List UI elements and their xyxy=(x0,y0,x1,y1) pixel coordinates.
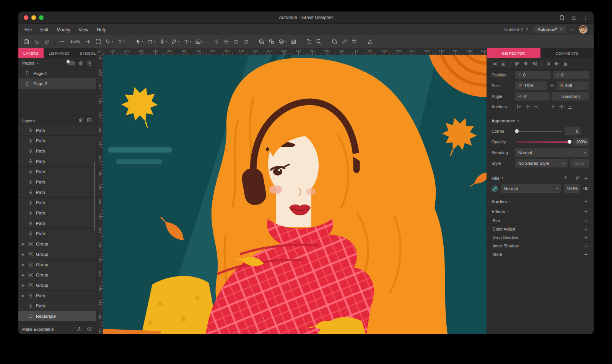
menu-edit[interactable]: Edit xyxy=(40,27,48,32)
zoom-level-button[interactable]: 150% xyxy=(68,37,83,47)
page-row-page-2[interactable]: Page 2 xyxy=(18,78,96,89)
tab-inspector[interactable]: INSPECTOR xyxy=(487,48,540,58)
anchor-center-icon[interactable] xyxy=(525,104,531,110)
close-window-button[interactable] xyxy=(24,15,28,20)
layer-caret-icon[interactable]: ▶ xyxy=(21,263,25,266)
save-button[interactable] xyxy=(22,37,31,47)
effect-more[interactable]: More+ xyxy=(487,250,594,258)
close-tab-icon[interactable]: × xyxy=(526,27,528,32)
menu-modify[interactable]: Modify xyxy=(57,27,70,32)
align-center-icon[interactable] xyxy=(523,61,529,67)
add-fill-icon[interactable]: + xyxy=(583,175,589,181)
rotate-cw-button[interactable] xyxy=(241,37,251,47)
page-icon[interactable] xyxy=(559,15,565,21)
fill-blend-select[interactable]: Normal▾ xyxy=(501,184,561,193)
send-backward-button[interactable] xyxy=(314,37,324,47)
layer-row-path[interactable]: Path xyxy=(18,229,96,239)
corner-slider[interactable] xyxy=(515,131,562,132)
delete-layer-icon[interactable] xyxy=(78,117,84,123)
anchor-left-icon[interactable] xyxy=(516,104,522,110)
image-tool-button[interactable]: ▾ xyxy=(194,37,205,47)
effects-header[interactable]: Effects▾ + xyxy=(487,206,594,216)
layer-caret-icon[interactable]: ▶ xyxy=(21,273,25,277)
layers-scrollbar[interactable] xyxy=(94,162,95,231)
layer-caret-icon[interactable]: ▶ xyxy=(21,284,25,287)
align-top-icon[interactable] xyxy=(545,61,552,67)
layer-row-path[interactable]: Path xyxy=(18,156,96,167)
effect-drop-shadow[interactable]: Drop Shadow+ xyxy=(487,233,594,241)
export-icon[interactable] xyxy=(76,326,82,332)
fill-options-icon[interactable] xyxy=(563,175,569,181)
group-button[interactable] xyxy=(257,37,266,47)
appearance-header[interactable]: Appearance▾ xyxy=(487,116,594,126)
add-border-icon[interactable]: + xyxy=(583,198,589,204)
knife-button[interactable] xyxy=(340,37,349,47)
layer-row-group[interactable]: ▶Group xyxy=(18,260,96,270)
add-effect-icon[interactable]: + xyxy=(583,208,589,214)
align-left-icon[interactable] xyxy=(514,61,521,67)
borders-header[interactable]: Borders▾ + xyxy=(487,196,594,206)
pages-toggle[interactable] xyxy=(67,61,75,65)
canvas-area[interactable]: px 2402703003303603904204504805105405706… xyxy=(96,48,487,334)
layer-row-path[interactable]: ▶Path xyxy=(18,291,96,301)
anchor-top-icon[interactable] xyxy=(550,104,556,110)
distribute-vertical-icon[interactable] xyxy=(500,61,506,67)
layer-row-path[interactable]: Path xyxy=(18,167,96,177)
zoom-tool-button[interactable]: ▾ xyxy=(104,37,115,47)
tab-libraries[interactable]: LIBRARIES xyxy=(44,48,75,58)
layer-caret-icon[interactable]: ▶ xyxy=(21,242,25,246)
fill-opacity-field[interactable]: 100% xyxy=(564,184,580,193)
zoom-in-button[interactable] xyxy=(84,37,93,47)
rotate-ccw-button[interactable] xyxy=(231,37,241,47)
extensions-icon[interactable] xyxy=(571,15,577,21)
arrange-button[interactable]: ▾ xyxy=(277,37,288,47)
delete-fill-icon[interactable] xyxy=(575,175,581,181)
align-middle-icon[interactable] xyxy=(554,61,560,67)
sync-button[interactable]: Sync xyxy=(570,159,589,167)
fill-visibility-icon[interactable] xyxy=(583,185,589,192)
browser-menu-icon[interactable]: ⋮ xyxy=(583,15,588,20)
add-page-icon[interactable] xyxy=(86,60,92,66)
undo-button[interactable] xyxy=(32,37,41,47)
maximize-window-button[interactable] xyxy=(39,15,44,20)
pen-tool-button[interactable]: ▾ xyxy=(158,37,169,47)
add-drop-shadow-icon[interactable]: + xyxy=(583,234,589,240)
fill-color-swatch[interactable] xyxy=(492,185,498,192)
pages-caret-icon[interactable]: ▾ xyxy=(37,62,38,65)
doc-tab-untitled-2[interactable]: Untitled-2× xyxy=(500,26,532,33)
layer-row-path[interactable]: Path xyxy=(18,208,96,218)
corner-value-field[interactable]: 0 xyxy=(565,127,581,135)
anchor-bottom-icon[interactable] xyxy=(567,104,573,110)
redo-button[interactable] xyxy=(42,37,51,47)
vertical-ruler[interactable]: 1501802102402703003303603904204504805105… xyxy=(96,55,103,334)
width-field[interactable]: W 1316 xyxy=(515,81,547,90)
zoom-fit-button[interactable] xyxy=(94,37,103,47)
layer-row-path[interactable]: Path xyxy=(18,177,96,187)
add-blur-icon[interactable]: + xyxy=(583,218,589,223)
tab-layers[interactable]: LAYERS xyxy=(18,48,44,58)
add-export-icon[interactable] xyxy=(86,326,92,332)
mask-button[interactable] xyxy=(289,37,298,47)
layer-row-path[interactable]: Path xyxy=(18,146,96,156)
transform-button[interactable]: Transform xyxy=(552,92,589,101)
flip-vertical-button[interactable] xyxy=(221,37,231,47)
page-row-page-1[interactable]: Page 1 xyxy=(18,68,96,78)
export-button[interactable] xyxy=(366,37,375,47)
crop-button[interactable] xyxy=(350,37,359,47)
fills-header[interactable]: Fills▾ + xyxy=(487,173,594,183)
zoom-out-button[interactable] xyxy=(58,37,67,47)
opacity-value-field[interactable]: 100% xyxy=(573,138,589,146)
horizontal-ruler[interactable]: 2402703003303603904204504805105405706006… xyxy=(103,48,487,55)
close-tab-icon[interactable]: × xyxy=(560,27,562,32)
boolean-union-button[interactable] xyxy=(330,37,339,47)
height-field[interactable]: H 848 xyxy=(557,81,589,90)
layer-row-path[interactable]: Path xyxy=(18,198,96,208)
effect-color-adjust[interactable]: Color Adjust+ xyxy=(487,224,594,233)
marker-tool-button[interactable]: ▾ xyxy=(169,37,181,47)
blending-select[interactable]: Normal▾ xyxy=(515,148,589,157)
layer-row-path[interactable]: Path xyxy=(18,187,96,198)
layer-row-path[interactable]: Path xyxy=(18,218,96,229)
select-tool-button[interactable]: ▾ xyxy=(133,37,145,47)
layer-row-group[interactable]: ▶Group xyxy=(18,270,96,280)
minimize-window-button[interactable] xyxy=(31,15,36,20)
